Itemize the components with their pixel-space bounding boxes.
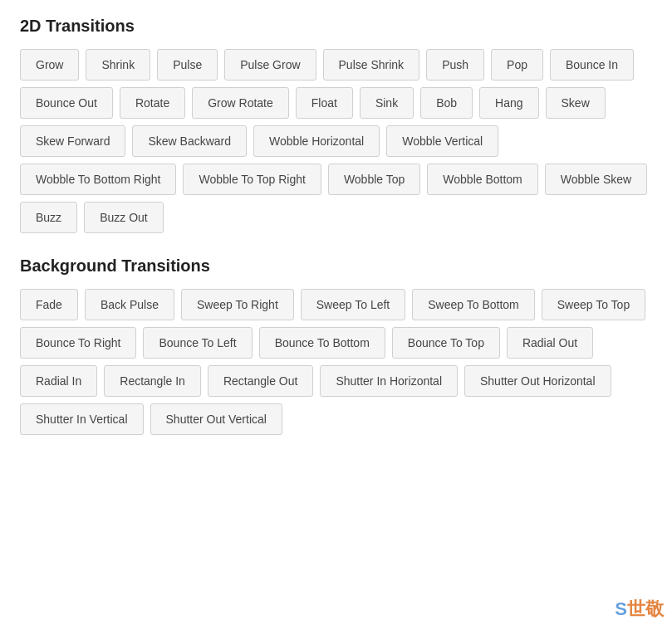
btn-pop[interactable]: Pop: [491, 49, 543, 81]
btn-hang[interactable]: Hang: [479, 87, 538, 119]
section-title-background-transitions: Background Transitions: [20, 256, 652, 276]
btn-grow[interactable]: Grow: [20, 49, 79, 81]
section-background-transitions: Background TransitionsFadeBack PulseSwee…: [20, 256, 652, 435]
btn-wobble-top[interactable]: Wobble Top: [328, 164, 420, 195]
btn-sweep-to-right[interactable]: Sweep To Right: [181, 289, 294, 320]
btn-rotate[interactable]: Rotate: [120, 87, 185, 119]
btn-rectangle-in[interactable]: Rectangle In: [104, 365, 201, 397]
btn-sweep-to-bottom[interactable]: Sweep To Bottom: [412, 289, 534, 320]
btn-bounce-to-top[interactable]: Bounce To Top: [392, 327, 500, 359]
section-title-2d-transitions: 2D Transitions: [20, 17, 652, 36]
btn-back-pulse[interactable]: Back Pulse: [85, 289, 174, 320]
btn-skew[interactable]: Skew: [546, 87, 606, 119]
btn-buzz[interactable]: Buzz: [20, 202, 77, 233]
btn-pulse-shrink[interactable]: Pulse Shrink: [323, 49, 420, 81]
btn-grid-2d-transitions: GrowShrinkPulsePulse GrowPulse ShrinkPus…: [20, 49, 652, 233]
btn-shrink[interactable]: Shrink: [86, 49, 150, 81]
btn-shutter-in-horizontal[interactable]: Shutter In Horizontal: [320, 365, 458, 397]
btn-wobble-vertical[interactable]: Wobble Vertical: [386, 125, 498, 157]
btn-pulse-grow[interactable]: Pulse Grow: [224, 49, 316, 81]
btn-bounce-to-bottom[interactable]: Bounce To Bottom: [259, 327, 385, 359]
section-2d-transitions: 2D TransitionsGrowShrinkPulsePulse GrowP…: [20, 17, 652, 233]
btn-wobble-skew[interactable]: Wobble Skew: [545, 164, 647, 195]
btn-bob[interactable]: Bob: [420, 87, 473, 119]
btn-grow-rotate[interactable]: Grow Rotate: [192, 87, 289, 119]
btn-wobble-to-bottom-right[interactable]: Wobble To Bottom Right: [20, 164, 176, 195]
btn-bounce-in[interactable]: Bounce In: [550, 49, 634, 81]
btn-fade[interactable]: Fade: [20, 289, 78, 320]
btn-shutter-in-vertical[interactable]: Shutter In Vertical: [20, 403, 144, 435]
btn-shutter-out-vertical[interactable]: Shutter Out Vertical: [150, 403, 282, 435]
btn-wobble-horizontal[interactable]: Wobble Horizontal: [253, 125, 380, 157]
btn-rectangle-out[interactable]: Rectangle Out: [208, 365, 314, 397]
btn-skew-backward[interactable]: Skew Backward: [132, 125, 247, 157]
btn-sweep-to-left[interactable]: Sweep To Left: [301, 289, 405, 320]
btn-skew-forward[interactable]: Skew Forward: [20, 125, 125, 157]
btn-wobble-bottom[interactable]: Wobble Bottom: [427, 164, 537, 195]
btn-push[interactable]: Push: [426, 49, 484, 81]
btn-bounce-out[interactable]: Bounce Out: [20, 87, 113, 119]
btn-shutter-out-horizontal[interactable]: Shutter Out Horizontal: [464, 365, 611, 397]
btn-sink[interactable]: Sink: [360, 87, 414, 119]
btn-bounce-to-right[interactable]: Bounce To Right: [20, 327, 136, 359]
btn-wobble-to-top-right[interactable]: Wobble To Top Right: [183, 164, 321, 195]
btn-radial-out[interactable]: Radial Out: [507, 327, 593, 359]
btn-grid-background-transitions: FadeBack PulseSweep To RightSweep To Lef…: [20, 289, 652, 435]
btn-sweep-to-top[interactable]: Sweep To Top: [542, 289, 645, 320]
btn-pulse[interactable]: Pulse: [157, 49, 218, 81]
btn-bounce-to-left[interactable]: Bounce To Left: [143, 327, 252, 359]
btn-radial-in[interactable]: Radial In: [20, 365, 97, 397]
btn-float[interactable]: Float: [296, 87, 353, 119]
btn-buzz-out[interactable]: Buzz Out: [84, 202, 164, 233]
